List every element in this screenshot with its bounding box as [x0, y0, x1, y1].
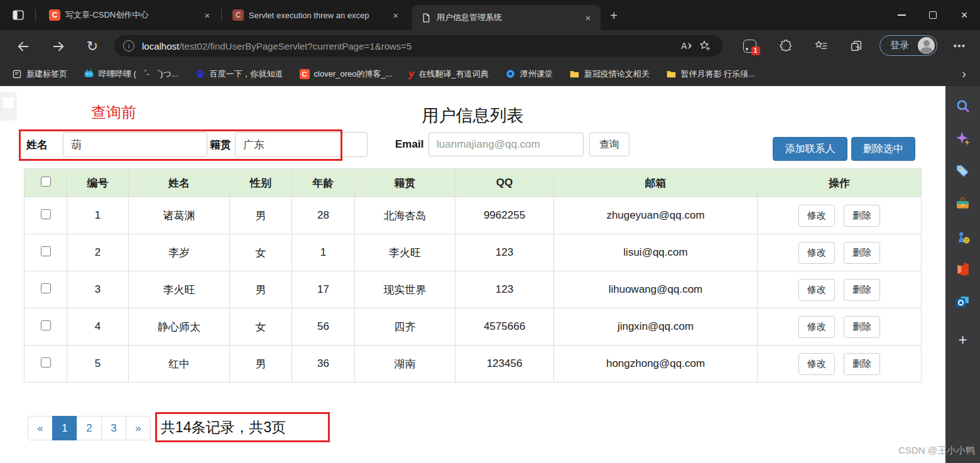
pagination-page-1[interactable]: 1	[52, 416, 77, 440]
name-input[interactable]	[63, 132, 207, 157]
login-button[interactable]: 登录	[879, 35, 937, 56]
sidebar-toolbox-icon[interactable]	[954, 195, 971, 212]
table-row: 3 李火旺 男 17 现实世界 123 lihuowang@qq.com 修改删…	[24, 271, 922, 308]
page-title: 用户信息列表	[0, 104, 945, 127]
tab-actions-icon[interactable]	[10, 8, 26, 23]
pagination-next[interactable]: »	[126, 416, 151, 440]
sidebar-customize-plus-icon[interactable]: +	[954, 331, 971, 348]
pagination-summary: 共14条记录，共3页	[155, 412, 330, 442]
add-favorite-icon[interactable]	[696, 38, 714, 53]
row-checkbox[interactable]	[41, 246, 51, 256]
edit-button[interactable]: 修改	[798, 316, 835, 338]
col-age: 年龄	[292, 169, 355, 197]
sidebar-outlook-icon[interactable]	[954, 293, 971, 310]
edge-sidebar: +	[945, 86, 980, 463]
sidebar-shopping-tag-icon[interactable]	[954, 163, 971, 180]
site-info-icon[interactable]: i	[123, 40, 134, 52]
settings-menu-icon[interactable]: ⋯	[950, 38, 969, 54]
favorites-bar-icon[interactable]	[812, 38, 830, 54]
login-label: 登录	[890, 40, 909, 52]
folder-icon	[569, 68, 580, 79]
tab-servlet-error[interactable]: C Servlet execution threw an excep ×	[224, 0, 408, 30]
col-origin: 籍贯	[355, 169, 455, 197]
delete-button[interactable]: 删除	[844, 353, 880, 375]
sidebar-games-icon[interactable]	[954, 228, 971, 245]
tab-separator	[221, 9, 222, 21]
sidebar-search-icon[interactable]	[954, 97, 971, 114]
row-checkbox[interactable]	[41, 283, 51, 293]
bookmark-youdao[interactable]: y 在线翻译_有道词典	[409, 68, 489, 80]
csdn-icon: C	[232, 9, 244, 21]
sidebar-copilot-sparkle-icon[interactable]	[954, 130, 971, 147]
origin-input[interactable]	[235, 132, 368, 157]
pagination-page-3[interactable]: 3	[101, 416, 126, 440]
bookmark-folder-covid[interactable]: 新冠疫情论文相关	[569, 68, 650, 80]
table-row: 2 李岁 女 1 李火旺 123 lisui@qq.com 修改删除	[24, 234, 922, 271]
url-host: localhost	[142, 41, 179, 52]
navigation-toolbar: ↻ i localhost/test02/findUserByPageServl…	[0, 30, 980, 62]
watermark: CSDN @王小小鸭	[898, 445, 975, 457]
avatar	[918, 37, 935, 54]
url-path: /test02/findUserByPageServlet?currentPag…	[179, 41, 411, 52]
close-window-button[interactable]: ×	[949, 0, 980, 30]
address-bar[interactable]: i localhost/test02/findUserByPageServlet…	[114, 35, 722, 57]
bookmark-baidu[interactable]: 百度一下，你就知道	[195, 68, 283, 80]
maximize-button[interactable]	[917, 0, 949, 30]
tab-separator	[35, 9, 36, 21]
add-contact-button[interactable]: 添加联系人	[773, 137, 847, 161]
row-checkbox[interactable]	[41, 357, 51, 368]
table-row: 4 静心师太 女 56 四齐 4575666 jingxin@qq.com 修改…	[24, 308, 922, 346]
delete-button[interactable]: 删除	[844, 242, 880, 264]
edit-button[interactable]: 修改	[798, 205, 835, 227]
notification-badge: 1	[751, 46, 760, 55]
col-actions: 操作	[758, 169, 922, 197]
row-checkbox[interactable]	[41, 209, 51, 219]
bookmark-folder-poem[interactable]: 暂伴月将影 行乐须...	[666, 68, 755, 80]
tab-csdn-editor[interactable]: C 写文章-CSDN创作中心 ×	[40, 0, 220, 30]
maximize-icon	[929, 11, 937, 19]
close-tab-icon[interactable]: ×	[201, 9, 214, 21]
table-row: 5 红中 男 36 湖南 123456 hongzhong@qq.com 修改删…	[24, 346, 922, 383]
titlebar: C 写文章-CSDN创作中心 × C Servlet execution thr…	[0, 0, 980, 30]
bookmark-bilibili[interactable]: 哔哩哔哩 ( ゜- ゜)つ...	[84, 68, 178, 80]
extension-notification-icon[interactable]: 1	[740, 38, 759, 54]
folder-icon	[666, 68, 677, 79]
row-checkbox[interactable]	[41, 320, 51, 330]
edit-button[interactable]: 修改	[798, 242, 835, 264]
bookmarks-bar: 新建标签页 哔哩哔哩 ( ゜- ゜)つ... 百度一下，你就知道 C clove…	[0, 62, 980, 86]
delete-selected-button[interactable]: 删除选中	[851, 137, 915, 161]
bookmark-new-tab[interactable]: 新建标签页	[11, 68, 67, 80]
new-tab-button[interactable]: +	[606, 8, 622, 23]
tanzhou-icon	[505, 68, 516, 79]
csdn-icon: C	[300, 69, 310, 79]
forward-button[interactable]	[49, 38, 68, 55]
search-button[interactable]: 查询	[589, 133, 629, 156]
sidebar-office-icon[interactable]	[954, 261, 971, 278]
collections-icon[interactable]	[847, 38, 866, 54]
tab-user-management-active[interactable]: 用户信息管理系统 ×	[412, 5, 601, 30]
col-gender: 性别	[230, 169, 292, 197]
bookmarks-overflow-chevron-icon[interactable]: ›	[962, 67, 966, 81]
email-input[interactable]	[428, 133, 584, 156]
delete-button[interactable]: 删除	[844, 316, 880, 338]
pagination-page-2[interactable]: 2	[77, 416, 102, 440]
close-tab-icon[interactable]: ×	[582, 11, 594, 24]
pagination-prev[interactable]: «	[28, 416, 53, 440]
select-all-cell	[24, 169, 67, 197]
minimize-button[interactable]	[886, 0, 917, 30]
user-table: 编号 姓名 性别 年龄 籍贯 QQ 邮箱 操作 1 诸葛渊 男 28 北海	[24, 168, 922, 383]
youdao-icon: y	[409, 68, 415, 80]
edit-button[interactable]: 修改	[798, 353, 835, 375]
bookmark-csdn-blog[interactable]: C clover_oreo的博客_...	[300, 68, 393, 80]
bookmark-tanzhou[interactable]: 潭州课堂	[505, 68, 553, 80]
page-content: 查询前 用户信息列表 姓名 籍贯 Email 查询 添加联系人 删除选中 编号 …	[0, 86, 945, 463]
select-all-checkbox[interactable]	[41, 177, 51, 187]
close-tab-icon[interactable]: ×	[389, 9, 402, 21]
extensions-puzzle-icon[interactable]	[776, 38, 795, 54]
delete-button[interactable]: 删除	[844, 205, 880, 227]
refresh-button[interactable]: ↻	[83, 38, 102, 55]
delete-button[interactable]: 删除	[844, 279, 880, 301]
back-button[interactable]	[14, 38, 33, 55]
edit-button[interactable]: 修改	[798, 279, 835, 301]
read-aloud-icon[interactable]: A	[678, 38, 696, 53]
